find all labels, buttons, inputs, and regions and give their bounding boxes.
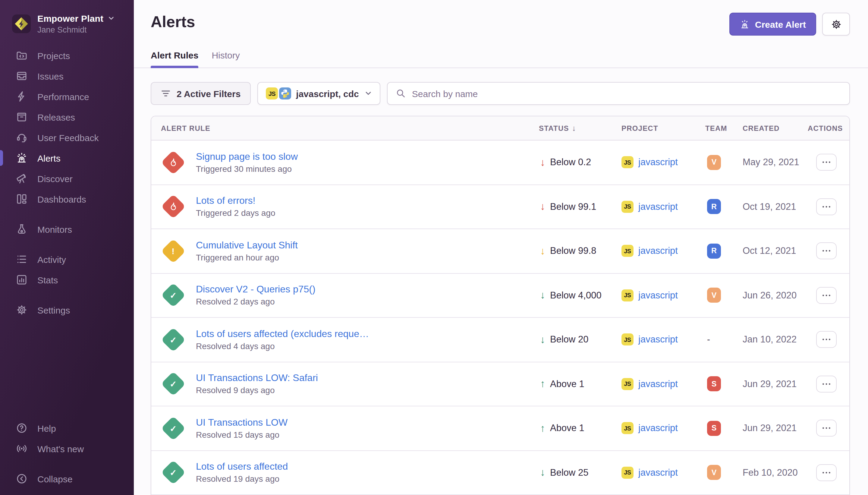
team-avatar[interactable]: V bbox=[707, 288, 721, 303]
row-actions-button[interactable] bbox=[816, 287, 837, 304]
project-link[interactable]: javascript bbox=[638, 201, 678, 212]
project-link[interactable]: javascript bbox=[638, 290, 678, 301]
team-avatar[interactable]: R bbox=[707, 199, 721, 214]
status-value: Below 20 bbox=[550, 334, 589, 345]
column-header-label: Created bbox=[743, 124, 780, 132]
alert-rule-name-link[interactable]: Discover V2 - Queries p75() bbox=[196, 284, 315, 295]
table-row: ✓UI Transactions LOWResolved 15 days ago… bbox=[151, 406, 849, 451]
alert-rule-subtitle: Triggered 30 minutes ago bbox=[196, 164, 298, 174]
project-link[interactable]: javascript bbox=[638, 423, 678, 434]
column-header-actions[interactable]: Actions bbox=[808, 124, 849, 132]
settings-gear-button[interactable] bbox=[822, 13, 850, 36]
sidebar-item-projects[interactable]: Projects bbox=[0, 45, 134, 66]
alert-rule-name-link[interactable]: Cumulative Layout Shift bbox=[196, 240, 298, 251]
create-alert-button[interactable]: Create Alert bbox=[729, 13, 816, 36]
sidebar-item-activity[interactable]: Activity bbox=[0, 249, 134, 270]
actions-cell bbox=[808, 287, 849, 304]
check-icon: ✓ bbox=[169, 291, 176, 300]
stats-icon bbox=[16, 274, 28, 286]
team-cell: V bbox=[705, 155, 743, 170]
row-actions-button[interactable] bbox=[816, 376, 837, 393]
team-cell: S bbox=[705, 421, 743, 436]
project-selector[interactable]: JS javascript, cdc bbox=[257, 82, 380, 105]
sidebar-item-alerts[interactable]: Alerts bbox=[0, 148, 134, 168]
sidebar-item-settings[interactable]: Settings bbox=[0, 300, 134, 320]
project-cell: JSjavascript bbox=[622, 156, 705, 169]
alert-rule-subtitle: Triggered an hour ago bbox=[196, 253, 298, 262]
sidebar-item-monitors[interactable]: Monitors bbox=[0, 219, 134, 239]
team-avatar[interactable]: S bbox=[707, 377, 721, 392]
alert-rule-name-link[interactable]: Lots of users affected (excludes reque… bbox=[196, 329, 369, 339]
project-link[interactable]: javascript bbox=[638, 157, 678, 168]
sidebar-item-collapse[interactable]: Collapse bbox=[0, 468, 134, 489]
org-switcher[interactable]: Empower Plant Jane Schmidt bbox=[0, 0, 134, 34]
project-cell: JSjavascript bbox=[622, 289, 705, 302]
tab-alert-rules[interactable]: Alert Rules bbox=[151, 50, 198, 68]
team-avatar[interactable]: V bbox=[707, 465, 721, 480]
active-filters-button[interactable]: 2 Active Filters bbox=[151, 82, 251, 105]
tab-bar: Alert RulesHistory bbox=[134, 50, 868, 68]
alert-rule-name-link[interactable]: UI Transactions LOW: Safari bbox=[196, 373, 318, 384]
sidebar-nav: ProjectsIssuesPerformanceReleasesUser Fe… bbox=[0, 34, 134, 320]
sidebar-item-label: Help bbox=[37, 423, 56, 433]
column-header-created[interactable]: Created bbox=[743, 124, 808, 132]
alert-rule-name-link[interactable]: UI Transactions LOW bbox=[196, 417, 288, 428]
status-cell: ↓Below 20 bbox=[539, 334, 622, 345]
javascript-platform-icon: JS bbox=[622, 156, 633, 169]
alert-rule-name-link[interactable]: Lots of users affected bbox=[196, 462, 288, 472]
tab-history[interactable]: History bbox=[212, 50, 240, 68]
sidebar-item-dashboards[interactable]: Dashboards bbox=[0, 189, 134, 209]
filter-bar: 2 Active Filters JS javascript, cdc bbox=[151, 82, 850, 105]
header-actions: Create Alert bbox=[729, 13, 850, 36]
alert-rule-subtitle: Triggered 2 days ago bbox=[196, 208, 276, 218]
project-selector-value: javascript, cdc bbox=[296, 88, 359, 99]
team-cell: V bbox=[705, 288, 743, 303]
alert-rule-name-link[interactable]: Signup page is too slow bbox=[196, 151, 298, 162]
status-value: Below 25 bbox=[550, 467, 589, 478]
project-link[interactable]: javascript bbox=[638, 379, 678, 390]
sidebar-item-releases[interactable]: Releases bbox=[0, 107, 134, 127]
column-header-status[interactable]: Status↓ bbox=[539, 124, 622, 133]
python-platform-icon bbox=[279, 87, 291, 100]
row-actions-button[interactable] bbox=[816, 420, 837, 437]
table-body: Signup page is too slowTriggered 30 minu… bbox=[151, 140, 849, 495]
check-icon: ✓ bbox=[169, 379, 176, 388]
chevron-down-icon bbox=[108, 15, 114, 22]
team-avatar[interactable]: S bbox=[707, 421, 721, 436]
siren-icon bbox=[739, 19, 749, 29]
team-cell: V bbox=[705, 465, 743, 480]
row-actions-button[interactable] bbox=[816, 198, 837, 215]
create-alert-label: Create Alert bbox=[755, 19, 806, 29]
sidebar-item-label: Issues bbox=[37, 71, 64, 81]
alert-rule-subtitle: Resolved 19 days ago bbox=[196, 474, 288, 484]
column-header-label: Actions bbox=[808, 124, 843, 132]
sidebar-item-user-feedback[interactable]: User Feedback bbox=[0, 127, 134, 148]
severity-diamond: ✓ bbox=[160, 416, 186, 441]
org-logo-icon bbox=[12, 15, 31, 33]
project-cell: JSjavascript bbox=[622, 245, 705, 257]
row-actions-button[interactable] bbox=[816, 154, 837, 171]
team-avatar[interactable]: V bbox=[707, 155, 721, 170]
row-actions-button[interactable] bbox=[816, 331, 837, 348]
sidebar-item-issues[interactable]: Issues bbox=[0, 66, 134, 86]
sidebar-item-performance[interactable]: Performance bbox=[0, 86, 134, 107]
project-link[interactable]: javascript bbox=[638, 334, 678, 345]
sidebar-item-stats[interactable]: Stats bbox=[0, 270, 134, 290]
column-header-team[interactable]: Team bbox=[705, 124, 743, 132]
platform-icons: JS bbox=[266, 87, 291, 100]
team-cell: S bbox=[705, 377, 743, 392]
sidebar-item-help[interactable]: Help bbox=[0, 418, 134, 438]
column-header-project[interactable]: Project bbox=[622, 124, 705, 132]
row-actions-button[interactable] bbox=[816, 243, 837, 259]
sidebar-item-discover[interactable]: Discover bbox=[0, 168, 134, 189]
column-header-rule[interactable]: Alert Rule bbox=[151, 124, 539, 132]
project-link[interactable]: javascript bbox=[638, 467, 678, 478]
row-actions-button[interactable] bbox=[816, 464, 837, 481]
alert-rule-name-link[interactable]: Lots of errors! bbox=[196, 195, 276, 206]
sidebar-item-whats-new[interactable]: What's new bbox=[0, 438, 134, 459]
actions-cell bbox=[808, 331, 849, 348]
search-input[interactable] bbox=[412, 88, 841, 99]
project-link[interactable]: javascript bbox=[638, 246, 678, 257]
team-avatar[interactable]: R bbox=[707, 243, 721, 259]
alert-rule-subtitle: Resolved 9 days ago bbox=[196, 386, 318, 395]
